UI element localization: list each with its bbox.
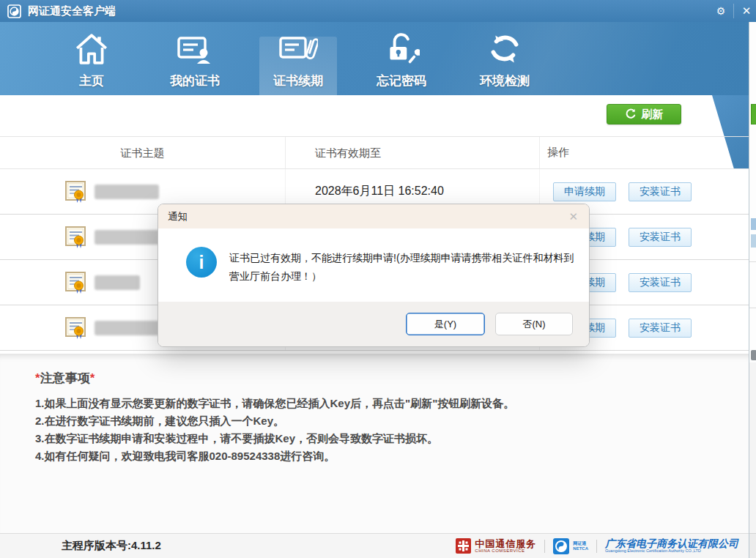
no-button[interactable]: 否(N): [495, 313, 573, 335]
note-item: 1.如果上面没有显示您要更新的数字证书，请确保您已经插入Key后，再点击"刷新"…: [35, 395, 514, 412]
certificate-renewal-icon: [278, 28, 318, 67]
notification-dialog: 通知 ✕ i 证书已过有效期，不能进行续期申请!(办理续期申请请携带相关证件和材…: [158, 204, 590, 347]
dialog-message-line: 证书已过有效期，不能进行续期申请!(办理续期申请请携带相关证件和材料到: [229, 249, 574, 267]
tab-home[interactable]: 主页: [53, 22, 130, 95]
refresh-icon: [625, 108, 637, 120]
certificate-icon: [64, 226, 87, 249]
gdca-name: 广东省电子商务认证有限公司: [605, 538, 738, 549]
background-line: [749, 308, 756, 308]
notes-title: *注意事项*: [35, 370, 94, 387]
install-button[interactable]: 安装证书: [629, 319, 692, 338]
header-subject: 证书主题: [0, 137, 286, 168]
settings-gear-icon[interactable]: ⚙: [711, 0, 731, 22]
refresh-label: 刷新: [642, 108, 664, 122]
tab-label: 我的证书: [170, 72, 220, 89]
yes-button[interactable]: 是(Y): [406, 313, 485, 335]
gdca-en: Guangdong Electronic Certification Autho…: [605, 549, 738, 554]
background-text-fragment: [751, 234, 756, 248]
app-logo-icon: [7, 4, 21, 18]
china-comservice-name: 中国通信服务: [475, 539, 536, 549]
forgot-password-icon: [383, 28, 420, 67]
dialog-header[interactable]: 通知 ✕: [158, 204, 589, 228]
renew-button[interactable]: 申请续期: [553, 182, 616, 201]
window-title: 网证通安全客户端: [28, 4, 116, 18]
gdca-logo: 广东省电子商务认证有限公司 Guangdong Electronic Certi…: [605, 538, 738, 553]
background-footer: [749, 533, 756, 558]
tab-label: 主页: [79, 72, 104, 89]
status-footer: 主程序版本号:4.11.2 中国通信服务 CHINA C: [0, 533, 749, 558]
china-comservice-logo: 中国通信服务 CHINA COMSERVICE: [456, 538, 536, 554]
tab-my-certificates[interactable]: 我的证书: [156, 22, 234, 95]
netca-logo: 网证通 NETCA: [553, 538, 588, 554]
certificate-subject-redacted: [94, 275, 140, 290]
header-actions: 操作: [540, 146, 749, 160]
netca-en: NETCA: [573, 546, 588, 551]
dialog-footer: 是(Y) 否(N): [158, 302, 589, 346]
note-item: 3.在数字证书续期申请和安装过程中，请不要插拔Key，否则会导致数字证书损坏。: [35, 430, 514, 447]
certificate-icon: [64, 316, 87, 340]
close-icon[interactable]: ✕: [735, 0, 756, 22]
asterisk: *: [90, 371, 95, 385]
refresh-button[interactable]: 刷新: [607, 104, 681, 124]
info-icon: i: [186, 247, 217, 278]
home-icon: [73, 28, 110, 67]
dialog-body: i 证书已过有效期，不能进行续期申请!(办理续期申请请携带相关证件和材料到 营业…: [158, 228, 589, 286]
netca-client-window: 网证通安全客户端 ⚙ ✕ 主页: [0, 0, 756, 558]
dialog-message: 证书已过有效期，不能进行续期申请!(办理续期申请请携带相关证件和材料到 营业厅前…: [229, 247, 574, 286]
certificate-subject-redacted: [94, 185, 159, 199]
main-nav: 主页 我的证书: [0, 22, 749, 95]
asterisk: *: [35, 371, 40, 385]
dialog-title: 通知: [168, 210, 188, 223]
background-panel: [749, 362, 756, 533]
actions-cell: 申请续期 安装证书: [540, 182, 749, 201]
environment-check-icon: [486, 28, 523, 67]
dialog-close-icon[interactable]: ✕: [568, 210, 578, 223]
notes-title-text: 注意事项: [40, 371, 90, 385]
tab-environment-check[interactable]: 环境检测: [466, 22, 544, 95]
my-certificates-icon: [176, 28, 214, 67]
table-header: 证书主题 证书有效期至 操作: [0, 136, 749, 169]
install-button[interactable]: 安装证书: [629, 273, 692, 292]
notes-list: 1.如果上面没有显示您要更新的数字证书，请确保您已经插入Key后，再点击"刷新"…: [35, 395, 514, 465]
certificate-subject-redacted: [94, 230, 168, 245]
logo-divider: [596, 540, 597, 553]
dialog-message-line: 营业厅前台办理！）: [229, 267, 574, 286]
note-item: 4.如有任何疑问，欢迎致电我司客服020-89524338进行咨询。: [35, 447, 514, 465]
install-button[interactable]: 安装证书: [629, 182, 692, 201]
certificate-icon: [64, 180, 87, 204]
version-label: 主程序版本号:4.11.2: [62, 539, 161, 553]
tab-label: 环境检测: [480, 72, 530, 89]
background-refresh-fragment: [751, 104, 756, 124]
tab-label: 忘记密码: [377, 72, 426, 89]
logo-divider: [544, 540, 545, 553]
netca-icon: [553, 538, 569, 554]
background-text-fragment: [751, 218, 756, 230]
certificate-icon: [64, 271, 87, 294]
install-button[interactable]: 安装证书: [629, 228, 692, 247]
titlebar-divider: [733, 4, 734, 18]
background-line: [749, 261, 756, 262]
note-item: 2.在进行数字证书续期前，建议您只插入一个Key。: [35, 412, 514, 430]
footer-logos: 中国通信服务 CHINA COMSERVICE 网证通 NETCA: [456, 538, 738, 554]
background-window-sliver: [749, 22, 756, 558]
tab-certificate-renewal[interactable]: 证书续期: [259, 22, 337, 95]
china-comservice-icon: [456, 538, 471, 554]
title-bar: 网证通安全客户端 ⚙ ✕: [0, 0, 756, 22]
notes-section: *注意事项* 1.如果上面没有显示您要更新的数字证书，请确保您已经插入Key后，…: [0, 354, 749, 533]
tab-forgot-password[interactable]: 忘记密码: [363, 22, 440, 95]
header-valid-until: 证书有效期至: [286, 137, 540, 168]
china-comservice-en: CHINA COMSERVICE: [475, 548, 536, 553]
background-fragment: [751, 350, 756, 360]
tab-label: 证书续期: [273, 72, 323, 89]
